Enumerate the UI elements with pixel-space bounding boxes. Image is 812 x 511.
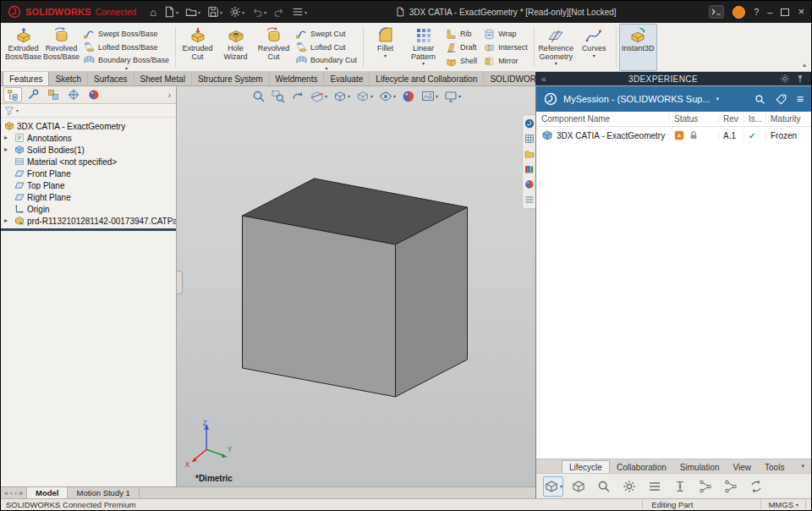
tab-lifecycle[interactable]: Lifecycle	[562, 460, 610, 473]
extruded-boss-button[interactable]: Extruded Boss/Base	[4, 24, 42, 71]
revolved-boss-button[interactable]: Revolved Boss/Base	[42, 24, 80, 71]
extruded-cut-button[interactable]: Extruded Cut	[178, 24, 217, 71]
tree-item-annotations[interactable]: Annotations	[1, 132, 176, 144]
tree-item-right-plane[interactable]: Right Plane	[1, 191, 176, 203]
tab-sketch[interactable]: Sketch	[49, 72, 88, 85]
new-document-button[interactable]	[162, 3, 180, 20]
boundary-boss-button[interactable]: Boundary Boss/Base	[80, 53, 173, 67]
menu-icon[interactable]	[797, 94, 804, 104]
revolved-cut-button[interactable]: Revolved Cut	[255, 24, 293, 71]
reference-geometry-button[interactable]: Reference Geometry	[537, 24, 575, 71]
tab-collaboration[interactable]: Collaboration	[610, 461, 673, 473]
new-component-button[interactable]	[543, 476, 563, 497]
tab-features[interactable]: Features	[3, 72, 49, 85]
close-button[interactable]	[798, 7, 804, 17]
featuremanager-tab[interactable]	[3, 87, 22, 102]
model-tab[interactable]: Model	[27, 487, 68, 498]
tree-item-solid-bodies[interactable]: Solid Bodies(1)	[1, 144, 176, 156]
propertymanager-tab[interactable]	[24, 87, 42, 102]
swept-boss-button[interactable]: Swept Boss/Base	[80, 27, 173, 41]
tree-item-origin[interactable]: Origin	[1, 203, 176, 215]
linear-pattern-button[interactable]: Linear Pattern	[404, 24, 442, 71]
session-name[interactable]: MySession - (SOLIDWORKS Sup...	[563, 94, 710, 104]
help-icon[interactable]	[754, 7, 759, 17]
first-tab-icon[interactable]	[4, 489, 8, 497]
panel-splitter-handle[interactable]	[177, 271, 183, 294]
tab-view[interactable]: View	[727, 461, 759, 473]
update-button[interactable]	[746, 476, 766, 497]
properties-button[interactable]	[619, 476, 639, 497]
dropdown-caret-icon[interactable]	[125, 67, 128, 71]
tree-item-catpart[interactable]: prd-R1132101281142-00173947.CATPart<1> -…	[1, 215, 176, 227]
taskpane-design-library-icon[interactable]	[524, 164, 535, 174]
swept-cut-button[interactable]: Swept Cut	[293, 27, 360, 41]
relations-button[interactable]	[721, 476, 741, 497]
dropdown-caret-icon[interactable]	[326, 67, 328, 71]
insert-component-button[interactable]	[670, 476, 690, 497]
previous-tab-icon[interactable]	[10, 489, 13, 497]
tree-item-front-plane[interactable]: Front Plane	[1, 168, 176, 179]
boundary-cut-button[interactable]: Boundary Cut	[293, 53, 360, 67]
shell-button[interactable]: Shell	[442, 54, 480, 68]
panel-collapse-icon[interactable]	[541, 74, 546, 84]
save-button[interactable]	[206, 3, 224, 20]
lofted-cut-button[interactable]: Lofted Cut	[293, 41, 360, 54]
draft-button[interactable]: Draft	[442, 41, 480, 54]
structure-button[interactable]	[695, 476, 716, 497]
list-view-button[interactable]	[645, 476, 665, 497]
tree-item-top-plane[interactable]: Top Plane	[1, 179, 176, 191]
tag-icon[interactable]	[776, 94, 787, 105]
lofted-boss-button[interactable]: Lofted Boss/Base	[80, 41, 173, 54]
redo-button[interactable]	[272, 3, 287, 20]
taskpane-custom-properties-icon[interactable]	[524, 134, 535, 144]
component-table-row[interactable]: 3DX CATIA - ExactGeometry A.1 Frozen	[536, 127, 811, 144]
panel-gear-icon[interactable]	[780, 74, 790, 84]
taskpane-file-explorer-icon[interactable]	[524, 149, 535, 159]
minimize-button[interactable]	[767, 8, 772, 16]
dimxpertmanager-tab[interactable]	[64, 87, 83, 102]
tree-item-root[interactable]: 3DX CATIA - ExactGeometry	[1, 120, 176, 132]
options-button[interactable]	[228, 3, 246, 20]
taskpane-resources-icon[interactable]	[524, 118, 535, 129]
user-avatar[interactable]	[732, 6, 745, 19]
search-icon[interactable]	[754, 94, 765, 105]
column-component-name[interactable]: Component Name	[541, 114, 669, 124]
home-button[interactable]	[148, 3, 158, 20]
configurationmanager-tab[interactable]	[44, 87, 63, 102]
tab-sheet-metal[interactable]: Sheet Metal	[134, 72, 192, 85]
expand-arrow-icon[interactable]	[4, 217, 12, 224]
tab-surfaces[interactable]: Surfaces	[88, 72, 134, 85]
undo-button[interactable]	[250, 3, 268, 20]
mirror-button[interactable]: Mirror	[480, 54, 531, 68]
curves-button[interactable]: Curves	[575, 24, 613, 71]
tab-weldments[interactable]: Weldments	[270, 72, 325, 85]
rib-button[interactable]: Rib	[442, 27, 480, 41]
tab-evaluate[interactable]: Evaluate	[324, 72, 370, 85]
tab-solidworks-addins[interactable]: SOLIDWORKS Add-Ins	[484, 72, 535, 85]
open-component-button[interactable]	[568, 476, 589, 497]
open-button[interactable]	[184, 3, 202, 20]
column-maturity[interactable]: Maturity	[765, 114, 806, 124]
tab-lifecycle-collaboration[interactable]: Lifecycle and Collaboration	[370, 72, 484, 85]
unit-system-selector[interactable]: MMGS	[760, 500, 806, 509]
tab-tools[interactable]: Tools	[758, 461, 791, 473]
tree-item-material[interactable]: Material <not specified>	[1, 156, 176, 168]
column-is[interactable]: Is...	[743, 114, 765, 124]
collapse-ribbon-icon[interactable]	[803, 61, 806, 69]
instant3d-button[interactable]: Instant3D	[619, 24, 657, 71]
expand-arrow-icon[interactable]	[4, 146, 12, 153]
last-tab-icon[interactable]	[19, 489, 23, 497]
graphics-viewport[interactable]: Z Y X *Dimetric	[177, 86, 535, 486]
motion-study-tab[interactable]: Motion Study 1	[68, 487, 139, 498]
fillet-button[interactable]: Fillet	[366, 24, 404, 71]
intersect-button[interactable]: Intersect	[480, 41, 531, 54]
launcher-icon[interactable]	[709, 5, 724, 19]
column-rev[interactable]: Rev	[718, 114, 743, 124]
wrap-button[interactable]: Wrap	[480, 27, 531, 41]
filter-funnel-icon[interactable]	[4, 106, 14, 116]
taskpane-view-palette-icon[interactable]	[524, 195, 535, 205]
displaymanager-tab[interactable]	[85, 87, 103, 102]
taskpane-appearances-icon[interactable]	[524, 179, 535, 190]
rollback-bar[interactable]	[1, 228, 176, 231]
manager-strip-chevron-icon[interactable]	[168, 91, 173, 100]
